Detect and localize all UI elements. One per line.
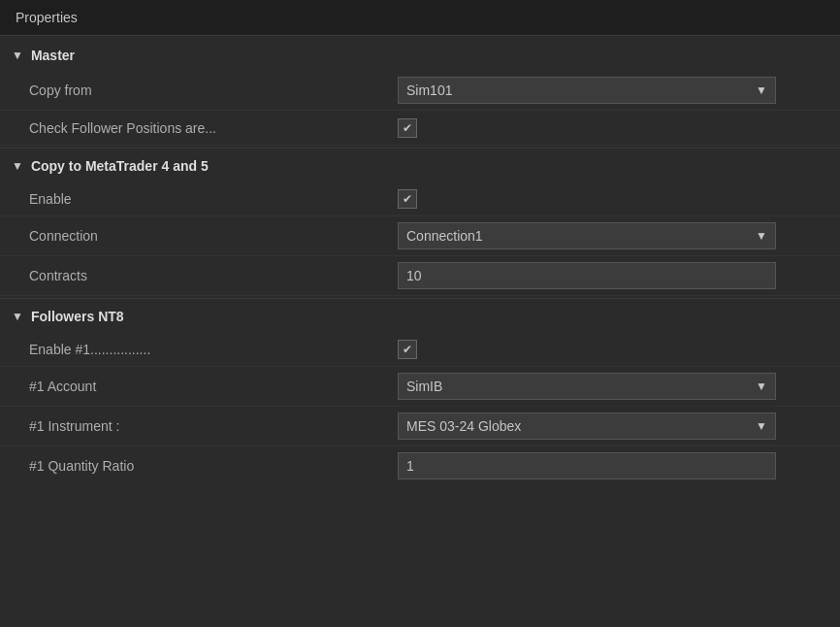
section-master-label: Master xyxy=(31,48,75,63)
label-quantity-ratio-1: #1 Quantity Ratio xyxy=(29,458,398,474)
dropdown-account-1[interactable]: SimIB ▼ xyxy=(398,373,776,400)
property-enable-mt: Enable ✔ xyxy=(0,182,840,216)
dropdown-instrument-1-text: MES 03-24 Globex xyxy=(406,418,748,434)
value-connection: Connection1 ▼ xyxy=(398,222,828,249)
property-check-follower: Check Follower Positions are... ✔ xyxy=(0,111,840,146)
checkbox-enable-mt[interactable]: ✔ xyxy=(398,189,417,209)
property-connection: Connection Connection1 ▼ xyxy=(0,216,840,256)
section-followers-label: Followers NT8 xyxy=(31,309,124,324)
value-enable-mt: ✔ xyxy=(398,189,828,209)
checkbox-enable-1[interactable]: ✔ xyxy=(398,340,417,359)
checkbox-check-follower[interactable]: ✔ xyxy=(398,118,417,138)
label-check-follower: Check Follower Positions are... xyxy=(29,120,398,136)
dropdown-account-1-text: SimIB xyxy=(406,379,748,394)
section-master[interactable]: ▼ Master xyxy=(0,40,840,71)
checkmark-enable-1-icon: ✔ xyxy=(403,343,412,356)
panel-content: ▼ Master Copy from Sim101 ▼ Check Follow… xyxy=(0,36,840,627)
dropdown-instrument-1-arrow-icon: ▼ xyxy=(756,419,767,433)
label-connection: Connection xyxy=(29,228,398,244)
property-instrument-1: #1 Instrument : MES 03-24 Globex ▼ xyxy=(0,407,840,446)
label-enable-mt: Enable xyxy=(29,191,398,207)
dropdown-connection-arrow-icon: ▼ xyxy=(756,229,767,243)
dropdown-connection[interactable]: Connection1 ▼ xyxy=(398,222,776,249)
dropdown-account-1-arrow-icon: ▼ xyxy=(756,380,767,393)
value-instrument-1: MES 03-24 Globex ▼ xyxy=(398,412,828,440)
dropdown-copy-from-text: Sim101 xyxy=(406,82,748,98)
label-instrument-1: #1 Instrument : xyxy=(29,418,398,434)
value-copy-from: Sim101 ▼ xyxy=(398,77,828,104)
divider-2 xyxy=(0,298,840,299)
input-contracts[interactable] xyxy=(398,262,776,289)
section-metatrader-label: Copy to MetaTrader 4 and 5 xyxy=(31,158,209,174)
value-contracts xyxy=(398,262,828,289)
section-followers-nt8[interactable]: ▼ Followers NT8 xyxy=(0,301,840,332)
properties-panel: Properties ▼ Master Copy from Sim101 ▼ C… xyxy=(0,0,840,627)
value-quantity-ratio-1 xyxy=(398,452,828,479)
checkmark-check-follower-icon: ✔ xyxy=(403,121,412,135)
property-copy-from: Copy from Sim101 ▼ xyxy=(0,71,840,111)
dropdown-copy-from-arrow-icon: ▼ xyxy=(756,83,767,97)
label-contracts: Contracts xyxy=(29,268,398,283)
property-contracts: Contracts xyxy=(0,256,840,296)
label-copy-from: Copy from xyxy=(29,82,398,98)
label-account-1: #1 Account xyxy=(29,379,398,394)
input-quantity-ratio-1[interactable] xyxy=(398,452,776,479)
chevron-followers-icon: ▼ xyxy=(12,310,23,323)
chevron-metatrader-icon: ▼ xyxy=(12,159,23,173)
value-account-1: SimIB ▼ xyxy=(398,373,828,400)
checkmark-enable-mt-icon: ✔ xyxy=(403,192,412,206)
divider-1 xyxy=(0,148,840,148)
section-copy-to-metatrader[interactable]: ▼ Copy to MetaTrader 4 and 5 xyxy=(0,150,840,182)
property-account-1: #1 Account SimIB ▼ xyxy=(0,367,840,407)
property-quantity-ratio-1: #1 Quantity Ratio xyxy=(0,446,840,485)
dropdown-copy-from[interactable]: Sim101 ▼ xyxy=(398,77,776,104)
panel-title: Properties xyxy=(0,0,840,36)
dropdown-instrument-1[interactable]: MES 03-24 Globex ▼ xyxy=(398,412,776,440)
property-enable-1: Enable #1................ ✔ xyxy=(0,332,840,367)
dropdown-connection-text: Connection1 xyxy=(406,228,748,244)
value-check-follower: ✔ xyxy=(398,118,828,138)
chevron-master-icon: ▼ xyxy=(12,49,23,62)
value-enable-1: ✔ xyxy=(398,340,828,359)
label-enable-1: Enable #1................ xyxy=(29,342,398,357)
